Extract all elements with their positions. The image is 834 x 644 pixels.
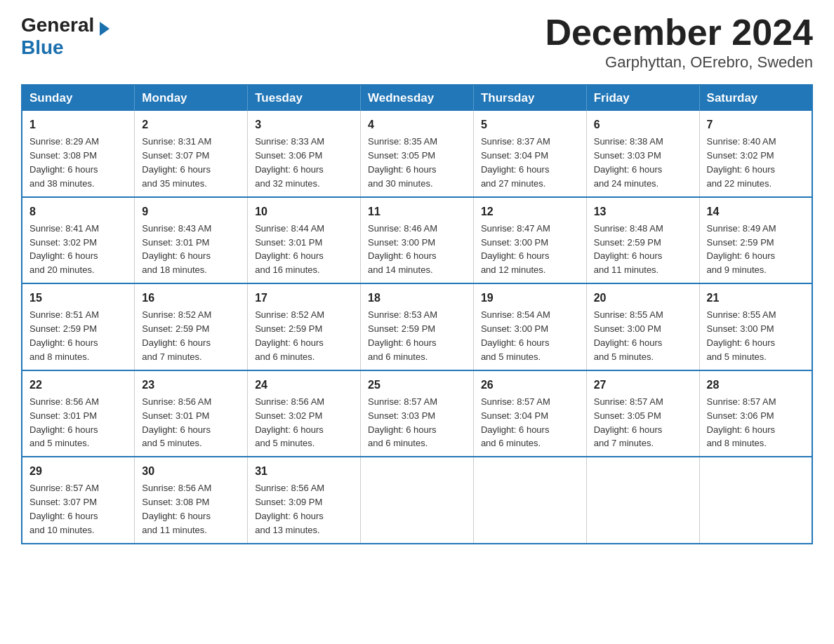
calendar-cell: 30 Sunrise: 8:56 AMSunset: 3:08 PMDaylig… (135, 457, 248, 544)
day-number: 4 (368, 116, 466, 133)
day-number: 8 (29, 203, 127, 220)
calendar-cell: 25 Sunrise: 8:57 AMSunset: 3:03 PMDaylig… (361, 370, 474, 457)
calendar-cell: 1 Sunrise: 8:29 AMSunset: 3:08 PMDayligh… (22, 111, 135, 197)
day-info: Sunrise: 8:40 AMSunset: 3:02 PMDaylight:… (707, 136, 776, 189)
weekday-header-tuesday: Tuesday (248, 85, 361, 111)
calendar-cell: 22 Sunrise: 8:56 AMSunset: 3:01 PMDaylig… (22, 370, 135, 457)
day-info: Sunrise: 8:46 AMSunset: 3:00 PMDaylight:… (368, 223, 437, 276)
calendar-cell: 20 Sunrise: 8:55 AMSunset: 3:00 PMDaylig… (586, 283, 699, 370)
logo-general: General (21, 14, 94, 36)
calendar-cell: 3 Sunrise: 8:33 AMSunset: 3:06 PMDayligh… (248, 111, 361, 197)
logo-general-text: General (21, 14, 110, 36)
day-number: 28 (707, 377, 805, 393)
calendar-cell: 19 Sunrise: 8:54 AMSunset: 3:00 PMDaylig… (473, 283, 586, 370)
calendar-cell: 17 Sunrise: 8:52 AMSunset: 2:59 PMDaylig… (248, 283, 361, 370)
calendar-cell: 5 Sunrise: 8:37 AMSunset: 3:04 PMDayligh… (473, 111, 586, 197)
weekday-header-wednesday: Wednesday (361, 85, 474, 111)
calendar-cell: 26 Sunrise: 8:57 AMSunset: 3:04 PMDaylig… (473, 370, 586, 457)
calendar-cell: 29 Sunrise: 8:57 AMSunset: 3:07 PMDaylig… (22, 457, 135, 544)
day-info: Sunrise: 8:56 AMSunset: 3:01 PMDaylight:… (29, 396, 99, 449)
day-number: 26 (481, 377, 579, 393)
day-info: Sunrise: 8:55 AMSunset: 3:00 PMDaylight:… (594, 309, 663, 362)
day-info: Sunrise: 8:52 AMSunset: 2:59 PMDaylight:… (255, 309, 324, 362)
day-number: 2 (142, 116, 240, 133)
weekday-header-saturday: Saturday (699, 85, 812, 111)
day-info: Sunrise: 8:56 AMSunset: 3:08 PMDaylight:… (142, 483, 211, 535)
calendar-table: SundayMondayTuesdayWednesdayThursdayFrid… (21, 84, 813, 544)
day-info: Sunrise: 8:57 AMSunset: 3:05 PMDaylight:… (594, 396, 663, 449)
weekday-header-sunday: Sunday (22, 85, 135, 111)
calendar-cell: 27 Sunrise: 8:57 AMSunset: 3:05 PMDaylig… (586, 370, 699, 457)
weekday-header-monday: Monday (135, 85, 248, 111)
calendar-cell: 12 Sunrise: 8:47 AMSunset: 3:00 PMDaylig… (473, 197, 586, 284)
title-block: December 2024 Garphyttan, OErebro, Swede… (545, 14, 813, 72)
day-number: 22 (29, 377, 127, 393)
calendar-cell: 23 Sunrise: 8:56 AMSunset: 3:01 PMDaylig… (135, 370, 248, 457)
day-info: Sunrise: 8:29 AMSunset: 3:08 PMDaylight:… (29, 136, 99, 189)
day-info: Sunrise: 8:43 AMSunset: 3:01 PMDaylight:… (142, 223, 211, 276)
day-number: 9 (142, 203, 240, 220)
day-number: 19 (481, 290, 579, 306)
calendar-cell: 2 Sunrise: 8:31 AMSunset: 3:07 PMDayligh… (135, 111, 248, 197)
header: General Blue December 2024 Garphyttan, O… (21, 14, 813, 72)
calendar-cell (361, 457, 474, 544)
calendar-cell: 16 Sunrise: 8:52 AMSunset: 2:59 PMDaylig… (135, 283, 248, 370)
calendar-week-row: 1 Sunrise: 8:29 AMSunset: 3:08 PMDayligh… (22, 111, 812, 197)
logo: General Blue (21, 14, 110, 59)
day-info: Sunrise: 8:56 AMSunset: 3:09 PMDaylight:… (255, 483, 324, 535)
day-info: Sunrise: 8:57 AMSunset: 3:04 PMDaylight:… (481, 396, 550, 449)
day-number: 14 (707, 203, 805, 220)
day-info: Sunrise: 8:35 AMSunset: 3:05 PMDaylight:… (368, 136, 437, 189)
day-info: Sunrise: 8:57 AMSunset: 3:07 PMDaylight:… (29, 483, 99, 535)
day-number: 25 (368, 377, 466, 393)
day-info: Sunrise: 8:51 AMSunset: 2:59 PMDaylight:… (29, 309, 99, 362)
calendar-cell: 21 Sunrise: 8:55 AMSunset: 3:00 PMDaylig… (699, 283, 812, 370)
day-number: 17 (255, 290, 353, 306)
day-number: 16 (142, 290, 240, 306)
calendar-week-row: 22 Sunrise: 8:56 AMSunset: 3:01 PMDaylig… (22, 370, 812, 457)
weekday-header-thursday: Thursday (473, 85, 586, 111)
calendar-cell: 4 Sunrise: 8:35 AMSunset: 3:05 PMDayligh… (361, 111, 474, 197)
logo-blue: Blue (21, 36, 64, 59)
calendar-cell (473, 457, 586, 544)
calendar-cell: 15 Sunrise: 8:51 AMSunset: 2:59 PMDaylig… (22, 283, 135, 370)
calendar-cell: 14 Sunrise: 8:49 AMSunset: 2:59 PMDaylig… (699, 197, 812, 284)
logo-blue-row: Blue (21, 36, 64, 59)
calendar-week-row: 29 Sunrise: 8:57 AMSunset: 3:07 PMDaylig… (22, 457, 812, 544)
day-number: 5 (481, 116, 579, 133)
calendar-cell: 11 Sunrise: 8:46 AMSunset: 3:00 PMDaylig… (361, 197, 474, 284)
day-info: Sunrise: 8:57 AMSunset: 3:06 PMDaylight:… (707, 396, 776, 449)
calendar-cell: 10 Sunrise: 8:44 AMSunset: 3:01 PMDaylig… (248, 197, 361, 284)
day-number: 21 (707, 290, 805, 306)
day-number: 27 (594, 377, 692, 393)
day-info: Sunrise: 8:55 AMSunset: 3:00 PMDaylight:… (707, 309, 776, 362)
day-number: 23 (142, 377, 240, 393)
day-number: 31 (255, 463, 353, 479)
day-number: 13 (594, 203, 692, 220)
calendar-week-row: 15 Sunrise: 8:51 AMSunset: 2:59 PMDaylig… (22, 283, 812, 370)
day-info: Sunrise: 8:53 AMSunset: 2:59 PMDaylight:… (368, 309, 437, 362)
calendar-cell (586, 457, 699, 544)
day-info: Sunrise: 8:48 AMSunset: 2:59 PMDaylight:… (594, 223, 663, 276)
day-number: 20 (594, 290, 692, 306)
calendar-week-row: 8 Sunrise: 8:41 AMSunset: 3:02 PMDayligh… (22, 197, 812, 284)
day-info: Sunrise: 8:47 AMSunset: 3:00 PMDaylight:… (481, 223, 550, 276)
calendar-cell: 9 Sunrise: 8:43 AMSunset: 3:01 PMDayligh… (135, 197, 248, 284)
day-number: 1 (29, 116, 127, 133)
calendar-cell: 18 Sunrise: 8:53 AMSunset: 2:59 PMDaylig… (361, 283, 474, 370)
day-number: 29 (29, 463, 127, 479)
day-info: Sunrise: 8:57 AMSunset: 3:03 PMDaylight:… (368, 396, 437, 449)
day-info: Sunrise: 8:52 AMSunset: 2:59 PMDaylight:… (142, 309, 211, 362)
calendar-cell: 13 Sunrise: 8:48 AMSunset: 2:59 PMDaylig… (586, 197, 699, 284)
calendar-cell (699, 457, 812, 544)
calendar-cell: 24 Sunrise: 8:56 AMSunset: 3:02 PMDaylig… (248, 370, 361, 457)
weekday-header-friday: Friday (586, 85, 699, 111)
day-number: 12 (481, 203, 579, 220)
day-info: Sunrise: 8:49 AMSunset: 2:59 PMDaylight:… (707, 223, 776, 276)
calendar-cell: 7 Sunrise: 8:40 AMSunset: 3:02 PMDayligh… (699, 111, 812, 197)
day-info: Sunrise: 8:33 AMSunset: 3:06 PMDaylight:… (255, 136, 324, 189)
day-info: Sunrise: 8:54 AMSunset: 3:00 PMDaylight:… (481, 309, 550, 362)
calendar-cell: 28 Sunrise: 8:57 AMSunset: 3:06 PMDaylig… (699, 370, 812, 457)
day-number: 18 (368, 290, 466, 306)
day-info: Sunrise: 8:56 AMSunset: 3:01 PMDaylight:… (142, 396, 211, 449)
